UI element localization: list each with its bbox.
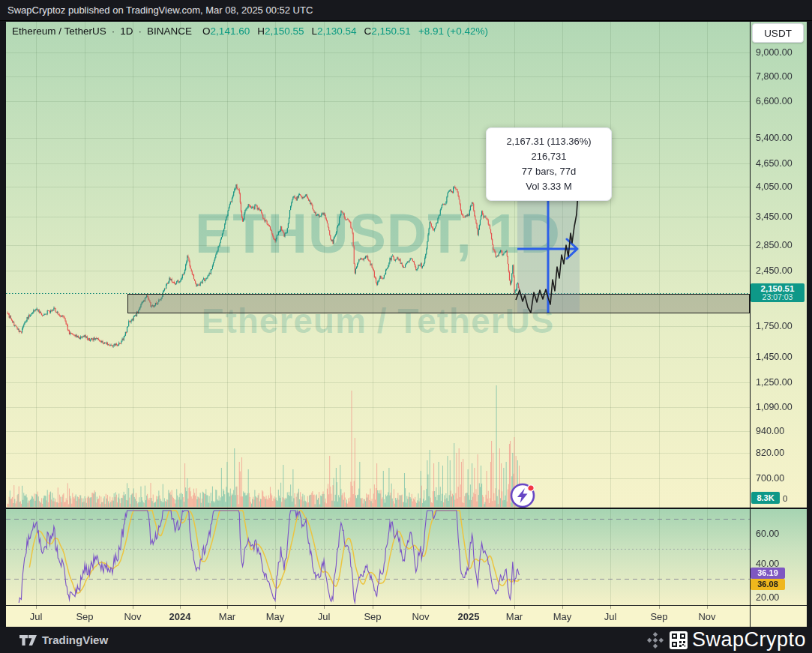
time-axis-label: 2025 [458, 611, 480, 622]
measure-bars: 77 bars, 77d [490, 164, 608, 179]
volume-badge: 8.3K [751, 492, 780, 504]
exchange: BINANCE [147, 25, 192, 37]
separator-dot: · [139, 25, 142, 37]
price-axis-label: 5,400.00 [756, 133, 793, 143]
time-axis-label: 2024 [169, 611, 191, 622]
rsi-value-badge: 36.08 [751, 579, 785, 590]
rsi-axis-label: 20.00 [756, 592, 779, 603]
time-axis-label: May [553, 611, 572, 622]
time-axis-tick [227, 606, 228, 609]
time-axis-label: Nov [698, 611, 715, 622]
time-axis-tick [133, 606, 133, 609]
lightning-idea-icon[interactable] [508, 481, 537, 510]
measure-tooltip: 2,167.31 (113.36%) 216,731 77 bars, 77d … [486, 127, 612, 201]
rsi-axis-label: 60.00 [756, 529, 779, 539]
price-axis-label: 9,000.00 [756, 47, 793, 58]
price-axis-border [750, 22, 751, 627]
separator-dot: · [112, 25, 115, 37]
rsi-value-badge: 36.19 [751, 568, 785, 579]
interval[interactable]: 1D [120, 25, 133, 37]
axis-separator [6, 605, 807, 606]
time-axis-tick [324, 606, 325, 609]
volume-zero-label: 0 [783, 494, 787, 503]
time-axis-label: May [266, 611, 285, 622]
low-value: 2,130.54 [317, 25, 357, 37]
time-axis-tick [659, 606, 660, 609]
time-axis-tick [275, 606, 276, 609]
time-axis-tick [421, 606, 421, 609]
price-axis-label: 1,450.00 [756, 352, 793, 362]
price-axis-label: 1,750.00 [756, 321, 793, 331]
time-axis-label: Mar [219, 611, 235, 622]
current-price-badge: 2,150.51 23:07:03 [751, 283, 805, 302]
tradingview-label: TradingView [42, 634, 108, 646]
time-axis-tick [562, 606, 563, 609]
symbol-name[interactable]: Ethereum / TetherUS [12, 25, 106, 37]
price-axis-label: 940.00 [756, 426, 784, 436]
currency-toggle-button[interactable]: USDT [752, 23, 804, 43]
chart-canvas[interactable] [6, 22, 750, 627]
binance-diamond-icon [646, 631, 665, 650]
footer-bar: TradingView SwapCrypto [0, 627, 812, 653]
time-axis-label: Nov [412, 611, 429, 622]
time-axis-tick [85, 606, 85, 609]
pane-separator[interactable] [6, 508, 807, 509]
chart-area: ETHUSDT, 1D Ethereum / TetherUS 2,167.31… [6, 22, 807, 627]
open-label: O [202, 25, 211, 37]
time-axis-label: Sep [650, 611, 667, 622]
tradingview-logo[interactable]: TradingView [19, 634, 108, 646]
notification-dot [528, 485, 534, 491]
time-axis-label: Mar [506, 611, 523, 622]
publish-info-bar: SwapCryptoz published on TradingView.com… [0, 0, 812, 21]
time-axis-tick [180, 606, 181, 609]
zigzag-forecast-arrow[interactable] [514, 187, 589, 318]
bar-countdown: 23:07:03 [751, 293, 805, 301]
support-zone-rectangle[interactable] [127, 294, 750, 313]
price-axis-label: 7,800.00 [756, 71, 793, 82]
price-axis-label: 2,450.00 [756, 265, 793, 276]
open-value: 2,141.60 [211, 25, 250, 37]
swapcrypto-label: SwapCrypto [692, 628, 806, 652]
time-axis-tick [469, 606, 469, 609]
time-axis-label: Jul [318, 611, 331, 622]
time-axis-tick [514, 606, 515, 609]
price-axis-label: 1,250.00 [756, 377, 793, 388]
high-value: 2,150.55 [265, 25, 304, 37]
ohlc-values: O2,141.60 H2,150.55 L2,130.54 C2,150.51 [202, 25, 411, 37]
measure-volume: Vol 3.33 M [490, 179, 608, 194]
price-axis-label: 2,850.00 [756, 240, 793, 250]
price-axis-label: 4,050.00 [756, 181, 793, 192]
time-axis-tick [610, 606, 611, 609]
time-axis-label: Jul [604, 611, 617, 622]
time-axis-label: Sep [76, 611, 93, 622]
price-axis-label: 6,600.00 [756, 96, 793, 106]
time-axis-label: Sep [364, 611, 381, 622]
price-axis-label: 1,090.00 [756, 402, 793, 412]
price-axis-label: 700.00 [756, 473, 784, 484]
close-label: C [364, 25, 372, 37]
price-axis-label: 4,650.00 [756, 158, 793, 169]
high-label: H [257, 25, 265, 37]
tradingview-published-chart: { "top_bar": {"text": "SwapCryptoz publi… [0, 0, 812, 653]
time-axis-label: Jul [30, 611, 43, 622]
time-axis-tick [707, 606, 708, 609]
price-axis-label: 820.00 [756, 448, 784, 458]
time-axis-label: Nov [124, 611, 141, 622]
symbol-header[interactable]: Ethereum / TetherUS · 1D · BINANCE O2,14… [12, 25, 488, 37]
tradingview-icon [19, 635, 37, 646]
price-axis-label: 3,450.00 [756, 211, 793, 222]
close-value: 2,150.51 [371, 25, 411, 37]
time-axis-tick [373, 606, 373, 609]
qr-code-icon [670, 631, 688, 649]
price-change: +8.91 (+0.42%) [418, 25, 488, 37]
swapcrypto-brand[interactable]: SwapCrypto [646, 628, 806, 652]
measure-gain: 2,167.31 (113.36%) 216,731 [490, 134, 608, 164]
publish-info-text: SwapCryptoz published on TradingView.com… [7, 4, 313, 16]
time-axis-tick [36, 606, 37, 609]
low-label: L [311, 25, 317, 37]
